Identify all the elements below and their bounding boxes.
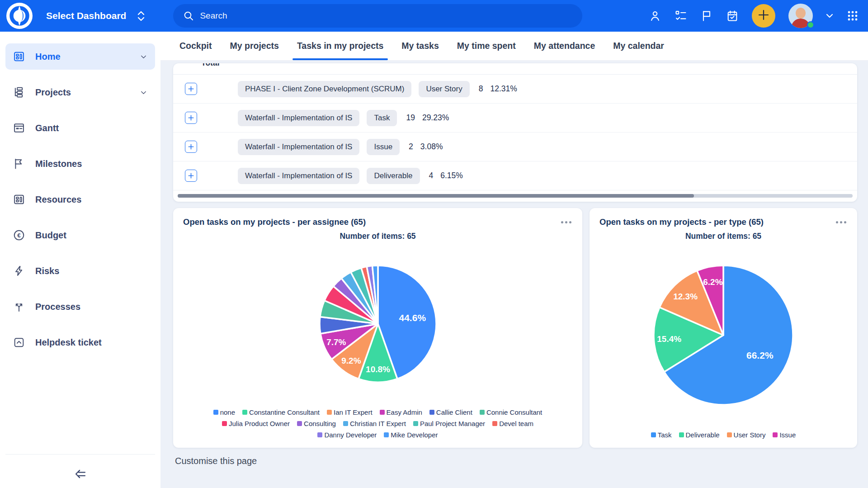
legend-item-christian-it-expert[interactable]: Christian IT Expert <box>343 420 406 427</box>
sidebar-item-processes[interactable]: Processes <box>5 294 155 320</box>
legend-label: Devel team <box>499 420 533 427</box>
sidebar-item-gantt[interactable]: Gantt <box>5 115 155 141</box>
sidebar-item-home[interactable]: Home <box>5 43 155 70</box>
sidebar-item-milestones[interactable]: Milestones <box>5 151 155 177</box>
app-logo-icon[interactable] <box>6 3 33 29</box>
legend-label: Julia Product Owner <box>229 420 290 427</box>
task-percent: 6.15% <box>440 171 463 180</box>
topbar: Select Dashboard <box>0 0 868 32</box>
sidebar-item-resources[interactable]: Resources <box>5 186 155 213</box>
legend-item-task[interactable]: Task <box>651 431 672 439</box>
sidebar-item-risks[interactable]: Risks <box>5 258 155 284</box>
page-content: Total PHASE I - Client Zone Development … <box>160 61 868 488</box>
main-area: CockpitMy projectsTasks in my projectsMy… <box>160 32 868 488</box>
legend-item-deliverable[interactable]: Deliverable <box>679 431 720 439</box>
legend-label: User Story <box>734 431 766 439</box>
user-icon[interactable] <box>649 9 661 22</box>
pie-slice-label: 44.6% <box>399 313 426 323</box>
legend-label: none <box>220 408 235 416</box>
flag-icon[interactable] <box>700 9 713 22</box>
legend-label: Connie Consultant <box>486 408 542 416</box>
dashboard-selector[interactable]: Select Dashboard <box>46 10 126 21</box>
legend-item-paul-project-manager[interactable]: Paul Project Manager <box>413 420 485 427</box>
search-bar[interactable] <box>173 4 582 28</box>
add-button[interactable] <box>752 4 775 28</box>
dashboard-selector-caret-icon[interactable] <box>137 10 145 22</box>
profile-caret-icon[interactable] <box>826 13 833 19</box>
legend-color-chip <box>380 410 385 415</box>
tab-my-attendance[interactable]: My attendance <box>534 32 595 60</box>
project-pill: Waterfall - Implementation of IS <box>238 168 359 184</box>
sidebar-nav: HomeProjectsGanttMilestonesResources€Bud… <box>5 43 155 365</box>
expand-row-button[interactable] <box>185 141 197 153</box>
legend-color-chip <box>413 421 418 426</box>
milestone-icon <box>13 157 25 170</box>
legend-label: Task <box>658 431 672 439</box>
table-row: PHASE I - Client Zone Development (SCRUM… <box>173 75 857 104</box>
legend-label: Paul Project Manager <box>420 420 485 427</box>
chart-menu-icon[interactable] <box>835 218 847 226</box>
legend-color-chip <box>343 421 348 426</box>
plus-icon <box>758 9 769 23</box>
svg-text:€: € <box>17 232 21 239</box>
expand-row-button[interactable] <box>185 112 197 124</box>
search-input[interactable] <box>200 11 572 21</box>
tab-tasks-in-my-projects[interactable]: Tasks in my projects <box>297 32 383 60</box>
legend-item-easy-admin[interactable]: Easy Admin <box>380 408 422 416</box>
tasks-summary-table: Total PHASE I - Client Zone Development … <box>173 63 857 202</box>
legend-label: Ian IT Expert <box>334 408 373 416</box>
legend-item-issue[interactable]: Issue <box>773 431 796 439</box>
avatar[interactable] <box>788 4 813 28</box>
pie-slice-label: 9.2% <box>341 356 361 365</box>
pie-slice-label: 66.2% <box>746 350 774 360</box>
sidebar-item-budget[interactable]: €Budget <box>5 222 155 248</box>
task-percent: 29.23% <box>422 113 449 123</box>
chart-menu-icon[interactable] <box>560 218 572 226</box>
task-type-pill: User Story <box>419 81 469 97</box>
table-rows: PHASE I - Client Zone Development (SCRUM… <box>173 75 857 190</box>
pie-chart-per-type: 66.2%15.4%12.3%6.2% <box>599 241 847 429</box>
charts-row: Open tasks on my projects - per assignee… <box>173 208 857 448</box>
chart-subtitle: Number of items: 65 <box>183 232 572 241</box>
legend-item-connie-consultant[interactable]: Connie Consultant <box>480 408 542 416</box>
tab-my-projects[interactable]: My projects <box>230 32 279 60</box>
legend-item-constantine-consultant[interactable]: Constantine Consultant <box>242 408 320 416</box>
expand-row-button[interactable] <box>185 83 197 95</box>
legend-item-ian-it-expert[interactable]: Ian IT Expert <box>327 408 373 416</box>
apps-grid-icon[interactable] <box>846 9 859 22</box>
legend-color-chip <box>492 421 497 426</box>
legend-item-none[interactable]: none <box>213 408 235 416</box>
legend-item-mike-developer[interactable]: Mike Developer <box>384 431 438 439</box>
sidebar-footer <box>5 454 155 482</box>
legend-item-devel-team[interactable]: Devel team <box>492 420 533 427</box>
checklist-icon[interactable] <box>675 9 687 22</box>
legend-item-callie-client[interactable]: Callie Client <box>429 408 472 416</box>
project-pill: Waterfall - Implementation of IS <box>238 139 359 155</box>
pie-slice-label: 12.3% <box>673 292 698 301</box>
app-root: Select Dashboard <box>0 0 868 488</box>
expand-row-button[interactable] <box>185 170 197 182</box>
legend-color-chip <box>222 421 227 426</box>
legend-item-julia-product-owner[interactable]: Julia Product Owner <box>222 420 290 427</box>
tab-my-calendar[interactable]: My calendar <box>613 32 664 60</box>
budget-icon: € <box>13 229 25 242</box>
legend-item-danny-developer[interactable]: Danny Developer <box>317 431 377 439</box>
legend-item-user-story[interactable]: User Story <box>727 431 766 439</box>
tab-bar: CockpitMy projectsTasks in my projectsMy… <box>160 32 868 61</box>
projects-icon <box>13 86 25 99</box>
customise-page-link[interactable]: Customise this page <box>175 456 857 466</box>
legend-color-chip <box>327 410 332 415</box>
tab-my-tasks[interactable]: My tasks <box>401 32 439 60</box>
tab-cockpit[interactable]: Cockpit <box>179 32 212 60</box>
sidebar-item-projects[interactable]: Projects <box>5 79 155 105</box>
sidebar-item-helpdesk-ticket[interactable]: Helpdesk ticket <box>5 329 155 355</box>
tab-my-time-spent[interactable]: My time spent <box>457 32 516 60</box>
legend-label: Easy Admin <box>387 408 422 416</box>
sidebar-item-label: Budget <box>35 230 66 241</box>
legend-item-consulting[interactable]: Consulting <box>297 420 336 427</box>
table-clipped-total-row: Total <box>173 63 857 75</box>
collapse-sidebar-icon[interactable] <box>73 466 88 482</box>
calendar-icon[interactable] <box>726 9 739 22</box>
horizontal-scrollbar-thumb[interactable] <box>178 194 694 198</box>
pie-slice-label: 15.4% <box>657 334 681 344</box>
